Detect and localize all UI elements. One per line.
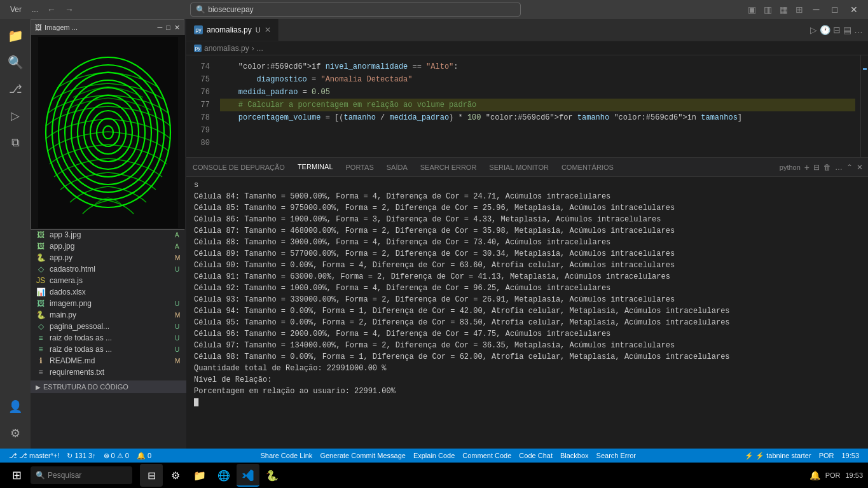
restore-btn[interactable]: □ <box>827 3 843 16</box>
taskbar-icon-vscode[interactable] <box>237 464 259 487</box>
tab-anomalias[interactable]: py anomalias.py U ✕ <box>186 19 279 41</box>
chevron-up-icon[interactable]: ⌃ <box>846 163 853 172</box>
taskbar-notification-icon[interactable]: 🔔 <box>809 470 820 480</box>
sidebar-file-item[interactable]: ℹ README.md M <box>31 355 186 366</box>
taskbar-icon-chrome[interactable]: 🌐 <box>212 464 235 487</box>
status-notifs[interactable]: 🔔 0 <box>133 452 155 460</box>
trash-icon[interactable]: 🗑 <box>823 163 831 172</box>
panel-tab[interactable]: TERMINAL <box>291 158 340 177</box>
status-searcherror[interactable]: Search Error <box>596 452 636 459</box>
breadcrumb-file[interactable]: anomalias.py <box>204 44 249 53</box>
status-commit[interactable]: Generate Commit Message <box>320 452 406 459</box>
status-bar: ⎇ ⎇ master*+! ↻ 131 3↑ ⊗ 0 ⚠ 0 🔔 0 Share… <box>0 449 868 463</box>
sidebar-file-item[interactable]: 🖼 app 3.jpg A <box>31 229 186 241</box>
split-icon[interactable]: ⊟ <box>833 25 841 35</box>
activity-settings[interactable]: ⚙ <box>4 422 27 445</box>
status-sync[interactable]: ↻ 131 3↑ <box>63 452 99 460</box>
sidebar-file-item[interactable]: 🐍 main.py M <box>31 309 186 321</box>
activity-search[interactable]: 🔍 <box>4 51 27 74</box>
sidebar-file-item[interactable]: 🖼 imagem.png U <box>31 298 186 309</box>
taskbar-icon-python[interactable]: 🐍 <box>261 464 284 487</box>
image-title-bar[interactable]: 🖼 Imagem ... ─ □ ✕ <box>31 20 184 35</box>
tab-bar: py anomalias.py U ✕ ▷ 🕐 ⊟ ▤ … <box>186 19 868 41</box>
terminal-line: Célula 94: Tamanho = 0.00%, Forma = 1, D… <box>194 305 860 317</box>
menu-more[interactable]: ... <box>28 3 42 17</box>
file-name: app.py <box>50 253 171 262</box>
start-button[interactable]: ⊞ <box>5 464 28 487</box>
terminal-line: Quantidade total de Relação: 22991000.00… <box>194 363 860 374</box>
taskbar-icon-folder[interactable]: 📁 <box>188 464 211 487</box>
file-badge: M <box>175 358 181 365</box>
status-branch[interactable]: ⎇ ⎇ master*+! <box>5 452 63 460</box>
windows-taskbar: ⊞ 🔍 Pesquisar ⊟ ⚙ 📁 🌐 🐍 🔔 POR 19:53 <box>0 463 868 488</box>
layout-btn-4[interactable]: ⊞ <box>793 3 806 16</box>
sidebar-file-item[interactable]: ≡ raiz de todas as ... U <box>31 344 186 355</box>
file-type-icon: ℹ <box>36 356 46 365</box>
status-codechat[interactable]: Code Chat <box>519 452 553 459</box>
menu-ver[interactable]: Ver <box>5 3 27 17</box>
activity-extensions[interactable]: ⧉ <box>4 131 27 154</box>
layout-btn-2[interactable]: ▥ <box>761 3 775 16</box>
panel-close-btn[interactable]: ✕ <box>857 163 863 172</box>
panel-layout-icon[interactable]: ▤ <box>843 25 851 35</box>
file-list: 🖼 app 3.jpg A 🖼 app.jpg A 🐍 app.py M ◇ c… <box>31 229 186 449</box>
sidebar-file-item[interactable]: ◇ pagina_pessoal... U <box>31 321 186 332</box>
status-errors[interactable]: ⊗ 0 ⚠ 0 <box>100 452 133 460</box>
branch-icon: ⎇ <box>9 452 17 460</box>
terminal-line: Célula 98: Tamanho = 0.00%, Forma = 1, D… <box>194 351 860 363</box>
panel-tab[interactable]: CONSOLE DE DEPURAÇÃO <box>186 158 291 177</box>
sidebar-file-item[interactable]: 🐍 app.py M <box>31 252 186 263</box>
activity-explorer[interactable]: 📁 <box>4 24 27 47</box>
more-icon[interactable]: … <box>854 25 863 35</box>
sidebar-file-item[interactable]: ◇ cadastro.html U <box>31 263 186 275</box>
img-close-btn[interactable]: ✕ <box>174 24 180 32</box>
sidebar-file-item[interactable]: 🖼 app.jpg A <box>31 241 186 252</box>
panel-tab[interactable]: SAÍDA <box>380 158 414 177</box>
layout-btn-1[interactable]: ▣ <box>745 3 759 16</box>
activity-debug[interactable]: ▷ <box>4 104 27 127</box>
img-maximize-btn[interactable]: □ <box>166 24 170 32</box>
file-type-icon: 🖼 <box>36 230 46 239</box>
code-line: medida_padrao = 0.05 <box>220 86 855 99</box>
taskbar-search[interactable]: 🔍 Pesquisar <box>31 466 132 484</box>
split-terminal-btn[interactable]: ⊟ <box>813 163 820 172</box>
run-icon[interactable]: ▷ <box>810 25 817 35</box>
add-terminal-btn[interactable]: + <box>804 162 809 172</box>
activity-account[interactable]: 👤 <box>4 395 27 418</box>
sidebar-file-item[interactable]: JS camera.js <box>31 275 186 286</box>
panel-tab[interactable]: SERIAL MONITOR <box>483 158 555 177</box>
status-comment[interactable]: Comment Code <box>462 452 511 459</box>
sidebar-file-item[interactable]: ≡ raiz de todas as ... U <box>31 332 186 344</box>
sidebar-file-item[interactable]: 📊 dados.xlsx <box>31 286 186 298</box>
minimize-btn[interactable]: ─ <box>808 3 825 16</box>
panel-tabs: CONSOLE DE DEPURAÇÃOTERMINALPORTASSAÍDAS… <box>186 158 868 177</box>
tab-close-icon[interactable]: ✕ <box>265 25 271 34</box>
status-explain[interactable]: Explain Code <box>413 452 455 459</box>
taskbar-time: 19:53 <box>845 471 863 479</box>
taskbar-icon-settings[interactable]: ⚙ <box>164 464 187 487</box>
activity-git[interactable]: ⎇ <box>4 78 27 101</box>
breadcrumb-loc[interactable]: ... <box>257 44 263 53</box>
status-lang[interactable]: POR <box>815 452 838 459</box>
terminal-content[interactable]: sCélula 84: Tamanho = 5000.00%, Forma = … <box>186 177 868 449</box>
img-minimize-btn[interactable]: ─ <box>158 24 163 32</box>
structure-section[interactable]: ▶ ESTRUTURA DO CÓDIGO <box>31 380 186 393</box>
nav-forward[interactable]: → <box>61 3 78 16</box>
nav-back[interactable]: ← <box>43 3 60 16</box>
panel-more-btn[interactable]: … <box>835 163 843 172</box>
panel-tab[interactable]: SEARCH ERROR <box>414 158 483 177</box>
history-icon[interactable]: 🕐 <box>820 25 830 35</box>
status-tabnine[interactable]: ⚡ ⚡ tabnine starter <box>741 452 815 460</box>
sidebar-file-item[interactable]: ≡ requirements.txt <box>31 366 186 378</box>
panel-tab[interactable]: PORTAS <box>340 158 380 177</box>
tab-py-icon: py <box>194 25 203 34</box>
status-blackbox[interactable]: Blackbox <box>560 452 589 459</box>
status-share[interactable]: Share Code Link <box>260 452 312 459</box>
panel-tab[interactable]: COMENTÁRIOS <box>555 158 620 177</box>
close-btn[interactable]: ✕ <box>845 3 863 16</box>
search-bar[interactable]: 🔍 biosecurepay <box>190 3 521 17</box>
layout-btn-3[interactable]: ▦ <box>777 3 790 16</box>
code-content[interactable]: "color:#569cd6">if nivel_anormalidade ==… <box>215 55 860 157</box>
taskbar-icon-terminal[interactable]: ⊟ <box>140 464 163 487</box>
tab-modified-indicator: U <box>256 26 261 34</box>
